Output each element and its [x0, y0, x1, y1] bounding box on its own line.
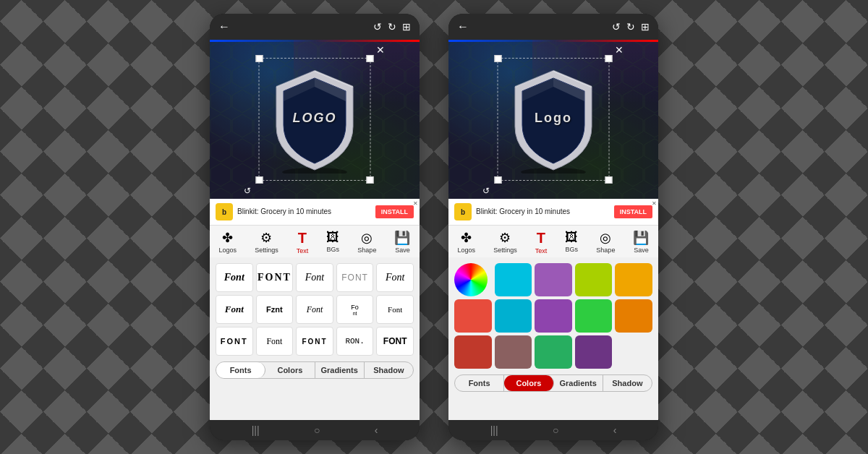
ad-banner-left[interactable]: b Blinkit: Grocery in 10 minutes INSTALL… [210, 199, 420, 225]
color-picker-cell[interactable] [454, 263, 488, 296]
undo-button-right[interactable]: ↺ [612, 21, 621, 33]
nav-bar-left: ||| ○ ‹ [210, 420, 420, 440]
bgs-icon-right: 🖼 [565, 230, 578, 245]
handle-br[interactable] [367, 176, 374, 184]
ad-install-left[interactable]: INSTALL [375, 205, 414, 218]
phone-right: ← ↺ ↻ ⊞ [448, 14, 658, 440]
font-cell-5[interactable]: Font [376, 263, 414, 292]
close-selection-right[interactable]: ✕ [615, 44, 624, 56]
font-cell-11[interactable]: FONT [216, 327, 253, 356]
font-cell-14[interactable]: RON. [336, 327, 374, 356]
nav-back-right[interactable]: ‹ [613, 424, 617, 436]
nav-home-left[interactable]: ○ [314, 424, 320, 436]
toolbar-text-left[interactable]: T Text [292, 228, 313, 256]
sub-tab-gradients-left[interactable]: Gradients [315, 362, 365, 378]
back-button[interactable]: ← [218, 20, 230, 33]
color-cell-orange[interactable] [615, 299, 652, 333]
toolbar-settings-right[interactable]: ⚙ Settings [489, 228, 522, 256]
top-accent-line-right [448, 40, 658, 42]
font-cell-4[interactable]: FONT [336, 263, 374, 292]
ad-icon-right: b [454, 203, 472, 220]
redo-button[interactable]: ↻ [388, 21, 396, 33]
color-panel-right: Fonts Colors Gradients Shadow [448, 257, 658, 420]
ad-close-right[interactable]: ✕ [652, 200, 657, 207]
toolbar-text-right[interactable]: T Text [531, 228, 552, 256]
rotate-handle-right[interactable]: ↺ [482, 186, 490, 196]
toolbar-logos-right[interactable]: ✤ Logos [454, 228, 480, 256]
toolbar-shape-right[interactable]: ◎ Shape [592, 228, 619, 256]
settings-label-left: Settings [255, 247, 278, 254]
font-cell-15[interactable]: FONT [376, 327, 414, 356]
layers-button[interactable]: ⊞ [402, 21, 411, 33]
back-button-right[interactable]: ← [457, 20, 469, 33]
sub-tabs-right: Fonts Colors Gradients Shadow [454, 374, 652, 392]
ad-install-right[interactable]: INSTALL [614, 205, 652, 218]
toolbar-bgs-left[interactable]: 🖼 BGs [322, 228, 344, 256]
handle-br-right[interactable] [605, 176, 613, 184]
font-cell-10[interactable]: Font [376, 295, 414, 324]
shape-label-left: Shape [357, 247, 376, 254]
font-cell-12[interactable]: Font [256, 327, 294, 356]
color-cell-cyan[interactable] [495, 263, 532, 296]
toolbar-logos-left[interactable]: ✤ Logos [215, 228, 242, 256]
close-selection[interactable]: ✕ [376, 44, 385, 56]
sub-tab-colors-left[interactable]: Colors [265, 362, 315, 378]
color-cell-indigo[interactable] [575, 335, 613, 369]
toolbar-bgs-right[interactable]: 🖼 BGs [561, 228, 582, 256]
color-cell-violet[interactable] [535, 299, 572, 333]
selection-box-right[interactable]: ✕ ↺ [498, 58, 610, 181]
color-cell-lime[interactable] [575, 263, 613, 296]
toolbar-shape-left[interactable]: ◎ Shape [353, 228, 380, 256]
save-label-right: Save [634, 247, 649, 254]
nav-menu-right[interactable]: ||| [490, 424, 498, 436]
color-cell-mauve[interactable] [495, 335, 532, 369]
color-cell-red[interactable] [454, 299, 492, 333]
sub-tab-shadow-left[interactable]: Shadow [365, 362, 413, 378]
undo-button[interactable]: ↺ [373, 21, 382, 33]
toolbar-save-left[interactable]: 💾 Save [390, 228, 414, 256]
bgs-label-right: BGs [566, 246, 579, 253]
logos-icon-right: ✤ [461, 230, 472, 246]
sub-tab-fonts-right[interactable]: Fonts [455, 375, 504, 391]
font-cell-6[interactable]: Font [216, 295, 253, 324]
color-cell-amber[interactable] [615, 263, 652, 296]
canvas-right: Logo ✕ ↺ [448, 40, 658, 199]
font-cell-13[interactable]: FONT [296, 327, 333, 356]
color-cell-crimson[interactable] [454, 335, 492, 369]
handle-tr-right[interactable] [605, 55, 613, 62]
handle-tl[interactable] [256, 55, 263, 62]
sub-tab-colors-right[interactable]: Colors [504, 375, 553, 391]
ad-banner-right[interactable]: b Blinkit: Grocery in 10 minutes INSTALL… [448, 199, 658, 225]
handle-bl[interactable] [256, 176, 263, 184]
sub-tab-shadow-right[interactable]: Shadow [603, 375, 652, 391]
toolbar-settings-left[interactable]: ⚙ Settings [250, 228, 283, 256]
color-cell-forest[interactable] [535, 335, 572, 369]
rotate-handle[interactable]: ↺ [244, 186, 251, 196]
handle-tl-right[interactable] [495, 55, 502, 62]
selection-box-left[interactable]: ✕ ↺ [259, 58, 371, 181]
text-label-right: Text [535, 247, 548, 254]
font-cell-3[interactable]: Font [296, 263, 333, 292]
font-cell-8[interactable]: Font [296, 295, 333, 324]
color-cell-purple[interactable] [535, 263, 572, 296]
layers-button-right[interactable]: ⊞ [641, 21, 650, 33]
handle-bl-right[interactable] [495, 176, 502, 184]
nav-menu-left[interactable]: ||| [252, 424, 260, 436]
font-grid-left: Font FONT Font FONT Font Font Fznt Font … [216, 263, 414, 356]
sub-tab-gradients-right[interactable]: Gradients [554, 375, 603, 391]
nav-home-right[interactable]: ○ [553, 424, 558, 436]
ad-text-right: Blinkit: Grocery in 10 minutes [476, 207, 610, 216]
font-cell-7[interactable]: Fznt [256, 295, 294, 324]
nav-back-left[interactable]: ‹ [375, 424, 378, 436]
color-cell-green[interactable] [575, 299, 613, 333]
font-cell-1[interactable]: Font [216, 263, 253, 292]
ad-close-left[interactable]: ✕ [413, 200, 418, 207]
save-icon-right: 💾 [633, 230, 649, 246]
toolbar-save-right[interactable]: 💾 Save [629, 228, 653, 256]
color-cell-cyan2[interactable] [495, 299, 532, 333]
redo-button-right[interactable]: ↻ [626, 21, 635, 33]
font-cell-9[interactable]: Font [336, 295, 374, 324]
font-cell-2[interactable]: FONT [256, 263, 294, 292]
handle-tr[interactable] [367, 55, 374, 62]
sub-tab-fonts-left[interactable]: Fonts [216, 362, 265, 378]
